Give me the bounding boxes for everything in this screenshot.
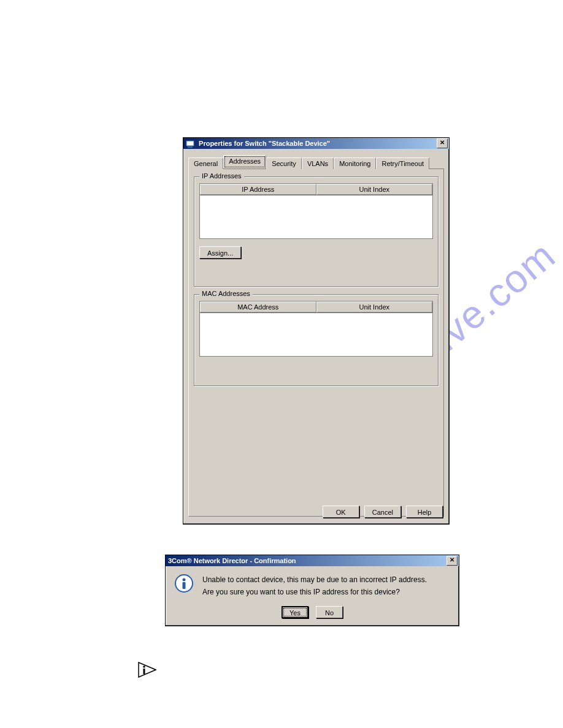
tab-monitoring[interactable]: Monitoring <box>334 157 376 169</box>
mac-group-legend: MAC Addresses <box>199 290 253 297</box>
assign-button[interactable]: Assign... <box>199 246 241 259</box>
dialog-footer: OK Cancel Help <box>323 506 443 518</box>
svg-point-3 <box>183 578 186 582</box>
confirm-close-icon[interactable]: ✕ <box>446 556 458 566</box>
confirm-line1: Unable to contact device, this may be du… <box>202 574 427 586</box>
app-icon <box>186 140 194 148</box>
info-icon <box>174 574 194 593</box>
ip-group-legend: IP Addresses <box>199 172 244 180</box>
yes-button[interactable]: Yes <box>282 606 308 618</box>
mac-table-body[interactable] <box>199 313 433 357</box>
cancel-button[interactable]: Cancel <box>364 506 401 518</box>
mac-addresses-group: MAC Addresses MAC Address Unit Index <box>194 294 439 386</box>
properties-dialog: Properties for Switch "Stackable Device"… <box>183 137 450 525</box>
close-icon[interactable]: ✕ <box>437 138 448 148</box>
titlebar[interactable]: Properties for Switch "Stackable Device"… <box>183 138 449 149</box>
svg-rect-0 <box>186 141 194 146</box>
confirm-buttons: Yes No <box>166 604 459 626</box>
tab-general[interactable]: General <box>188 157 223 169</box>
confirm-body: Unable to contact device, this may be du… <box>166 566 459 604</box>
ok-button[interactable]: OK <box>323 506 359 518</box>
confirm-titlebar[interactable]: 3Com® Network Director - Confirmation ✕ <box>166 555 459 566</box>
svg-rect-1 <box>188 146 193 148</box>
help-button[interactable]: Help <box>406 506 443 518</box>
svg-rect-7 <box>144 669 145 674</box>
tab-panel-addresses: IP Addresses IP Address Unit Index Assig… <box>188 169 444 517</box>
confirm-message: Unable to contact device, this may be du… <box>202 574 427 599</box>
confirm-line2: Are you sure you want to use this IP add… <box>202 586 427 598</box>
svg-rect-4 <box>183 582 186 589</box>
no-button[interactable]: No <box>316 606 343 618</box>
tab-security[interactable]: Security <box>266 157 302 169</box>
ip-col-address[interactable]: IP Address <box>200 184 316 195</box>
tab-addresses[interactable]: Addresses <box>223 155 266 169</box>
dialog-title: Properties for Switch "Stackable Device" <box>199 140 330 147</box>
tabstrip: General Addresses Security VLANs Monitor… <box>188 156 444 169</box>
note-info-icon <box>138 662 156 678</box>
ip-table-body[interactable] <box>199 195 433 239</box>
svg-point-6 <box>143 665 145 668</box>
confirm-title: 3Com® Network Director - Confirmation <box>168 555 296 566</box>
mac-col-unit-index[interactable]: Unit Index <box>316 301 433 313</box>
ip-addresses-group: IP Addresses IP Address Unit Index Assig… <box>194 176 439 287</box>
confirmation-dialog: 3Com® Network Director - Confirmation ✕ … <box>165 555 459 626</box>
mac-col-address[interactable]: MAC Address <box>200 301 316 313</box>
tab-retry-timeout[interactable]: Retry/Timeout <box>376 157 429 169</box>
ip-table-header: IP Address Unit Index <box>199 183 433 195</box>
svg-marker-5 <box>139 662 156 677</box>
ip-col-unit-index[interactable]: Unit Index <box>316 184 433 195</box>
mac-table-header: MAC Address Unit Index <box>199 301 433 313</box>
tab-vlans[interactable]: VLANs <box>302 157 334 169</box>
